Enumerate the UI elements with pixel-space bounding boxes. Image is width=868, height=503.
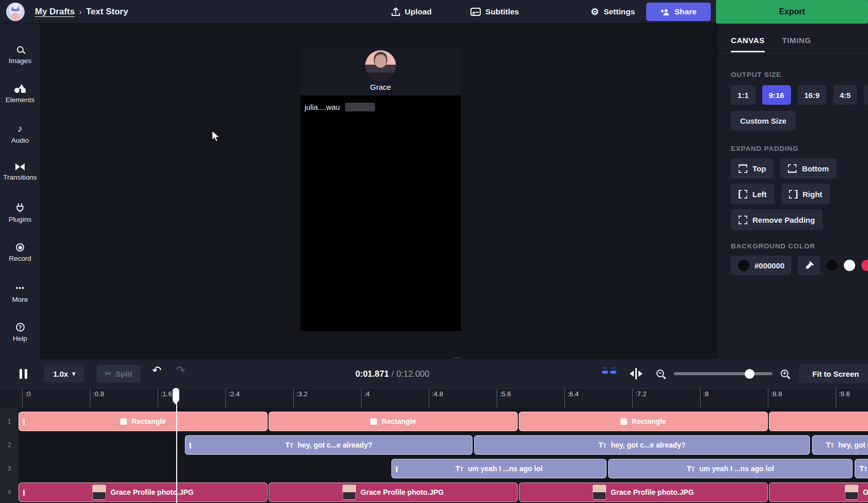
clip-label: hey, got c...e already? bbox=[611, 441, 686, 449]
swatch-black[interactable] bbox=[826, 260, 838, 271]
upload-button[interactable]: Upload bbox=[391, 0, 432, 24]
rectangle-icon bbox=[370, 418, 377, 425]
zoom-in-icon[interactable]: + bbox=[781, 370, 788, 377]
record-icon bbox=[16, 243, 24, 252]
padding-bottom-button[interactable]: Bottom bbox=[780, 158, 837, 179]
background-color-button[interactable]: #000000 bbox=[731, 256, 791, 275]
breadcrumb: My Drafts › Text Story bbox=[35, 0, 128, 24]
app-logo[interactable] bbox=[6, 3, 25, 21]
track-number: 4 bbox=[0, 482, 18, 502]
expand-tracks-icon[interactable] bbox=[630, 368, 643, 379]
ellipsis-icon: ••• bbox=[15, 283, 25, 293]
trim-handle[interactable] bbox=[23, 419, 25, 425]
shapes-icon bbox=[14, 84, 26, 93]
padding-right-button[interactable]: Right bbox=[781, 184, 830, 204]
clip-text[interactable]: TT um yeah I ...ns ago lol bbox=[391, 459, 607, 478]
clip-image[interactable]: Grace Profile photo.JPG bbox=[519, 482, 768, 502]
clip-text[interactable]: TT hey, got c...e already? bbox=[474, 435, 810, 455]
ruler-tick: :5.6 bbox=[497, 389, 511, 408]
zoom-out-icon[interactable]: − bbox=[656, 370, 664, 377]
swatch-red[interactable] bbox=[861, 260, 868, 271]
remove-padding-button[interactable]: Remove Padding bbox=[731, 209, 823, 230]
clip-text[interactable]: TT hey, got c...e already? bbox=[185, 435, 473, 455]
right-panel: CANVAS TIMING OUTPUT SIZE 1:1 9:16 16:9 … bbox=[717, 24, 868, 359]
fit-to-screen-button[interactable]: Fit to Screen bbox=[799, 364, 868, 383]
tab-canvas[interactable]: CANVAS bbox=[731, 36, 765, 52]
text-clip-icon: TT bbox=[598, 441, 606, 450]
ratio-9-16[interactable]: 9:16 bbox=[762, 85, 791, 105]
clip-label: Grace Profile photo.JPG bbox=[863, 488, 868, 496]
clip-rectangle[interactable]: Rectangle bbox=[18, 412, 268, 431]
clip-image[interactable]: Grace Profile photo.JPG bbox=[769, 482, 868, 502]
subtitles-button[interactable]: Subtitles bbox=[470, 0, 519, 24]
person-plus-icon bbox=[661, 8, 670, 16]
trim-handle[interactable] bbox=[190, 442, 191, 449]
grace-avatar[interactable] bbox=[365, 50, 396, 81]
timeline-zoom-slider[interactable] bbox=[674, 372, 772, 375]
message-text[interactable]: julia....wau bbox=[305, 103, 340, 111]
share-button[interactable]: Share bbox=[646, 3, 711, 21]
ratio-16-9[interactable]: 16:9 bbox=[798, 85, 826, 105]
video-canvas[interactable]: Grace julia....wau bbox=[300, 47, 461, 331]
clip-image[interactable]: Grace Profile photo.JPG bbox=[269, 482, 518, 502]
canvas-header-scene: Grace bbox=[300, 47, 461, 95]
sidebar-item-label: Audio bbox=[11, 137, 29, 144]
zoom-slider-knob[interactable] bbox=[745, 369, 754, 379]
clip-image[interactable]: Grace Profile photo.JPG bbox=[18, 482, 268, 502]
pause-button[interactable] bbox=[15, 367, 31, 380]
trim-handle[interactable] bbox=[23, 490, 25, 496]
clip-text[interactable]: TT hey, got c...e already? bbox=[812, 435, 868, 455]
padding-top-button[interactable]: Top bbox=[731, 158, 773, 179]
padding-top-icon bbox=[739, 164, 747, 173]
clip-text[interactable]: TT um yeah I ...ns ago lol bbox=[855, 459, 868, 478]
playhead-line[interactable] bbox=[176, 388, 177, 503]
split-label: Split bbox=[116, 370, 133, 378]
clip-label: Grace Profile photo.JPG bbox=[110, 488, 194, 496]
custom-size-button[interactable]: Custom Size bbox=[731, 111, 796, 130]
clip-rectangle[interactable]: Rectangle bbox=[519, 412, 768, 431]
swatch-white[interactable] bbox=[844, 260, 855, 271]
ratio-1-1[interactable]: 1:1 bbox=[731, 85, 756, 105]
ruler-tick: :8 bbox=[700, 389, 709, 408]
sidebar-item-record[interactable]: Record bbox=[0, 243, 40, 262]
clip-rectangle[interactable]: Rectangle bbox=[269, 412, 518, 431]
playback-speed-dropdown[interactable]: 1.0x ▾ bbox=[44, 365, 84, 382]
split-button[interactable]: ✂ Split bbox=[97, 365, 141, 382]
undo-button[interactable]: ↶ bbox=[152, 364, 161, 377]
settings-button[interactable]: ⚙ Settings bbox=[591, 0, 635, 24]
mouse-cursor bbox=[211, 130, 220, 143]
ruler-tick: :4 bbox=[361, 389, 370, 408]
breadcrumb-current-title[interactable]: Text Story bbox=[86, 7, 128, 17]
clip-label: Rectangle bbox=[382, 417, 416, 425]
ruler-tick: :6.4 bbox=[564, 389, 579, 408]
current-color-dot bbox=[738, 260, 749, 271]
sidebar-item-plugins[interactable]: Plugins bbox=[0, 203, 40, 223]
padding-left-button[interactable]: Left bbox=[731, 184, 775, 204]
clip-label: hey, got c...e already? bbox=[298, 441, 372, 449]
snap-toggle-icon[interactable] bbox=[602, 371, 616, 374]
sidebar-item-audio[interactable]: ♪ Audio bbox=[0, 124, 40, 144]
sidebar-item-label: Transitions bbox=[3, 173, 37, 181]
sidebar-item-label: Plugins bbox=[9, 216, 31, 223]
ratio-5-4[interactable]: 5:4 bbox=[864, 85, 868, 105]
sidebar-item-elements[interactable]: Elements bbox=[0, 84, 40, 104]
sidebar-item-help[interactable]: ? Help bbox=[0, 323, 40, 342]
tab-timing[interactable]: TIMING bbox=[782, 36, 811, 52]
playhead-handle[interactable] bbox=[173, 388, 179, 401]
clip-text[interactable]: TT um yeah I ...ns ago lol bbox=[608, 459, 853, 478]
character-name[interactable]: Grace bbox=[370, 83, 391, 91]
breadcrumb-my-drafts[interactable]: My Drafts bbox=[35, 7, 74, 17]
sidebar-item-more[interactable]: ••• More bbox=[0, 283, 40, 303]
sidebar-item-transitions[interactable]: Transitions bbox=[0, 163, 40, 181]
clip-label: hey, got c...e already? bbox=[838, 441, 868, 449]
ratio-4-5[interactable]: 4:5 bbox=[833, 85, 858, 105]
sidebar-item-images[interactable]: Images bbox=[0, 45, 40, 65]
redo-button[interactable]: ↷ bbox=[176, 364, 185, 377]
message-row[interactable]: julia....wau bbox=[305, 103, 375, 111]
clip-rectangle[interactable]: Rectangle bbox=[769, 412, 868, 431]
eyedropper-button[interactable] bbox=[798, 256, 820, 275]
text-clip-icon: TT bbox=[456, 465, 463, 473]
timeline-ruler[interactable]: :0 :0.8 :1.6 :2.4 :3.2 :4 :4.8 :5.6 :6.4… bbox=[0, 388, 868, 408]
trim-handle[interactable] bbox=[396, 466, 398, 472]
export-button[interactable]: Export bbox=[716, 0, 868, 24]
